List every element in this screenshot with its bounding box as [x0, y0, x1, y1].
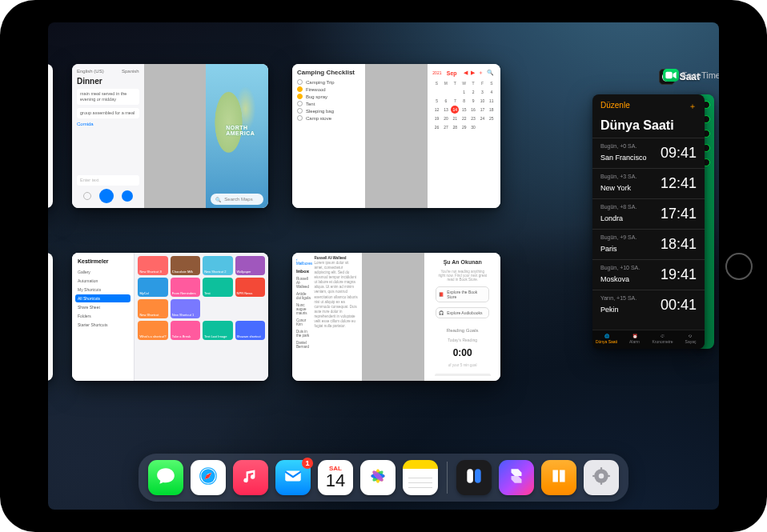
dock-app-books[interactable]: [541, 460, 576, 495]
shortcut-tile[interactable]: Wallpaper: [235, 256, 265, 275]
mail-message[interactable]: Duis in the park: [295, 328, 311, 339]
dock[interactable]: 1SAL14: [139, 454, 628, 502]
checkbox-icon[interactable]: [297, 101, 303, 106]
switcher-card-mail-books[interactable]: Mail Gelen ❐ Kitaplar ‹ MailboxesInboxRu…: [292, 253, 500, 381]
clock-tab[interactable]: ⏲Sayaç: [677, 334, 705, 344]
clock-tab[interactable]: ⏱Kronometre: [649, 334, 677, 344]
mail-back[interactable]: ‹ Mailboxes: [295, 256, 311, 267]
notes-item[interactable]: Bug spray: [297, 94, 360, 99]
notes-item[interactable]: Camp stove: [297, 115, 360, 121]
mail-message[interactable]: Daniel Bernard: [295, 339, 311, 350]
shortcuts-side-item[interactable]: Starter Shortcuts: [75, 321, 131, 329]
shortcuts-side-item[interactable]: Folders: [75, 312, 131, 320]
clock-row[interactable]: Bugün, +8 SA.Londra17:41: [592, 198, 705, 229]
notes-item[interactable]: Tent: [297, 101, 360, 106]
shortcut-tile[interactable]: Test: [203, 278, 232, 297]
play-button[interactable]: [122, 190, 133, 202]
cal-day[interactable]: 5: [432, 97, 440, 105]
dst-lang[interactable]: Spanish: [122, 69, 139, 74]
clock-tab[interactable]: 🌐Dünya Saati: [592, 334, 620, 344]
books-audio-button[interactable]: 🎧Explore Audiobooks: [436, 307, 489, 318]
clock-row[interactable]: Bugün, +0 SA.San Francisco09:41: [592, 138, 705, 168]
cal-day[interactable]: 30: [469, 123, 477, 131]
mail-message[interactable]: Article dui ligula: [295, 290, 311, 302]
cal-day[interactable]: 25: [488, 114, 496, 122]
shortcuts-sidebar[interactable]: KestirmelerGalleryAutomationMy Shortcuts…: [72, 253, 135, 381]
maps-pane[interactable]: NORTH AMERICA 🔍 Search Maps: [206, 64, 268, 208]
cal-day[interactable]: 23: [469, 114, 477, 122]
cal-day[interactable]: 15: [460, 106, 468, 114]
cal-day[interactable]: 24: [478, 114, 486, 122]
switcher-card-shortcuts[interactable]: Kestirmeler KestirmelerGalleryAutomation…: [72, 253, 268, 381]
checkbox-icon[interactable]: [297, 115, 303, 121]
cal-day[interactable]: 17: [478, 106, 486, 114]
cal-day[interactable]: 7: [451, 97, 459, 105]
shortcut-tile[interactable]: MyCal: [138, 278, 167, 297]
shortcut-tile[interactable]: New Shortcut 2: [203, 256, 232, 275]
maps-search[interactable]: 🔍 Search Maps: [211, 194, 263, 205]
notes-item[interactable]: Camping Trip: [297, 79, 360, 85]
shortcut-tile[interactable]: [203, 299, 232, 318]
clock-edit-button[interactable]: Düzenle: [600, 101, 630, 112]
mail-message[interactable]: Nunc augue mauris: [295, 302, 311, 317]
dock-app-calendar[interactable]: SAL14: [318, 460, 353, 495]
clock-row[interactable]: Bugün, +10 SA.Moskova19:41: [592, 259, 705, 290]
dock-app-safari[interactable]: [191, 460, 226, 495]
notes-item[interactable]: Firewood: [297, 86, 360, 92]
shortcuts-side-item[interactable]: Gallery: [75, 268, 131, 276]
switcher-card-notes-calendar[interactable]: Notlar Camping Ch... 14 Takvim Eylül 202…: [292, 64, 500, 208]
cal-day[interactable]: 3: [478, 88, 486, 96]
cal-day[interactable]: 19: [432, 114, 440, 122]
dock-app-shortcuts[interactable]: [499, 460, 534, 495]
cal-back[interactable]: 2021: [432, 70, 441, 75]
shortcuts-side-item[interactable]: Share Sheet: [75, 303, 131, 311]
cal-day[interactable]: 26: [432, 123, 440, 131]
cal-day[interactable]: 28: [451, 123, 459, 131]
shortcut-tile[interactable]: Shazam shortcut: [235, 321, 265, 340]
cal-tool[interactable]: 🔍: [487, 70, 494, 75]
cal-day[interactable]: 13: [442, 106, 450, 114]
shortcut-tile[interactable]: Take a Break: [171, 321, 200, 340]
cal-tool[interactable]: ◀: [464, 70, 468, 75]
clock-add-button[interactable]: ＋: [689, 101, 697, 112]
notes-item[interactable]: Sleeping bag: [297, 108, 360, 114]
peek-card-top[interactable]: [48, 64, 53, 208]
clock-row[interactable]: Bugün, +3 SA.New York12:41: [592, 168, 705, 198]
dock-app-photos[interactable]: [360, 460, 396, 495]
cal-day[interactable]: 20: [442, 114, 450, 122]
cal-day[interactable]: 16: [469, 106, 477, 114]
cal-day[interactable]: 9: [469, 97, 477, 105]
cal-day[interactable]: 27: [442, 123, 450, 131]
mic-button[interactable]: [99, 189, 114, 203]
dock-app-mail[interactable]: 1: [275, 460, 311, 495]
clock-tab[interactable]: ⏰Alarm: [620, 334, 649, 344]
shortcut-tile[interactable]: New Shortcut 1: [171, 299, 200, 318]
clock-row[interactable]: Yarın, +15 SA.Pekin00:41: [592, 290, 705, 320]
shortcuts-side-item[interactable]: My Shortcuts: [75, 286, 131, 294]
shortcut-tile[interactable]: Chocolate Milk: [171, 256, 200, 275]
checkbox-icon[interactable]: [297, 94, 303, 99]
translate-input[interactable]: Enter text: [77, 175, 139, 186]
cal-day[interactable]: 18: [488, 106, 496, 114]
cal-tool[interactable]: ▶: [471, 70, 475, 75]
clock-tabs[interactable]: 🌐Dünya Saati⏰Alarm⏱Kronometre⏲Sayaç: [592, 330, 705, 349]
switcher-card-translate-maps[interactable]: Çeviri Harita English (US) Spanish Dinne…: [72, 64, 268, 208]
checkbox-icon[interactable]: [297, 108, 303, 114]
cal-day[interactable]: 2: [469, 88, 477, 96]
cal-tool[interactable]: ＋: [478, 70, 484, 75]
cal-day[interactable]: 21: [451, 114, 459, 122]
dock-app-settings[interactable]: [584, 460, 619, 495]
shortcut-tile[interactable]: What's a shortcut?: [138, 321, 167, 340]
mail-message[interactable]: Russell Al-Walleed: [295, 275, 311, 290]
shortcuts-grid[interactable]: New Shortcut 3Chocolate MilkNew Shortcut…: [135, 253, 268, 381]
cal-day[interactable]: 10: [478, 97, 486, 105]
dock-app-translate[interactable]: [456, 460, 492, 495]
shortcut-tile[interactable]: New Shortcut 3: [138, 256, 167, 275]
shortcut-tile[interactable]: NPR News: [235, 278, 265, 297]
dock-app-notes[interactable]: [403, 460, 438, 495]
cal-day[interactable]: 1: [460, 88, 468, 96]
cal-day[interactable]: 14: [451, 106, 459, 114]
src-lang[interactable]: English (US): [77, 69, 104, 74]
home-button[interactable]: [725, 253, 753, 280]
mail-message[interactable]: Conor Kim: [295, 317, 311, 328]
